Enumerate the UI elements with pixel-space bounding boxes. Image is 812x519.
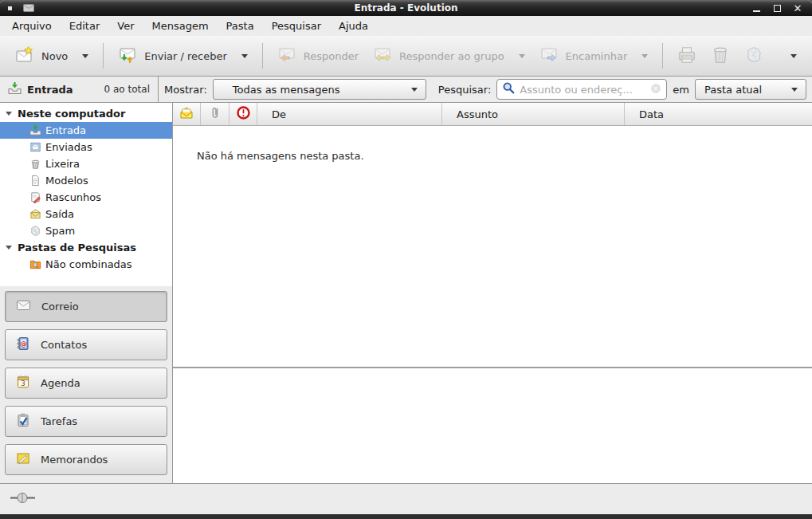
toolbar-separator bbox=[262, 43, 263, 69]
chevron-down-icon[interactable] bbox=[82, 54, 88, 58]
show-filter-value: Todas as mensagens bbox=[233, 84, 340, 96]
menu-mensagem[interactable]: Mensagem bbox=[143, 17, 218, 35]
menu-ajuda[interactable]: Ajuda bbox=[330, 17, 377, 35]
search-icon bbox=[502, 81, 516, 97]
menu-arquivo[interactable]: Arquivo bbox=[3, 17, 61, 35]
forward-label: Encaminhar bbox=[566, 50, 628, 62]
evolution-window: Entrada - Evolution ✕ Arquivo Editar Ver… bbox=[0, 0, 812, 519]
reply-all-icon bbox=[373, 45, 392, 67]
attachment-icon bbox=[209, 106, 222, 122]
switcher-calendar-button[interactable]: 3 Agenda bbox=[5, 368, 167, 399]
search-input[interactable] bbox=[520, 84, 646, 96]
delete-button[interactable] bbox=[704, 41, 737, 72]
titlebar: Entrada - Evolution ✕ bbox=[0, 0, 812, 16]
reply-icon bbox=[277, 45, 296, 67]
current-folder-header: Entrada 0 ao total bbox=[0, 77, 159, 102]
priority-icon bbox=[236, 105, 251, 123]
current-folder-name: Entrada bbox=[27, 84, 73, 96]
menu-editar[interactable]: Editar bbox=[61, 17, 109, 35]
maximize-button[interactable] bbox=[772, 3, 782, 13]
inbox-icon bbox=[29, 124, 42, 136]
toolbar-overflow-button[interactable] bbox=[776, 50, 804, 62]
column-header-date[interactable]: Data bbox=[625, 103, 812, 125]
svg-text:@: @ bbox=[20, 340, 26, 348]
mail-icon bbox=[16, 299, 31, 314]
statusbar bbox=[0, 483, 812, 514]
inbox-icon bbox=[8, 81, 22, 98]
chevron-down-icon bbox=[411, 88, 418, 92]
minimize-button[interactable] bbox=[751, 3, 761, 13]
scope-label: em bbox=[673, 84, 689, 96]
chevron-down-icon[interactable] bbox=[519, 54, 525, 58]
view-switcher: Correio @ Contatos 3 Agenda bbox=[0, 286, 172, 483]
reply-button[interactable]: Responder bbox=[270, 41, 366, 71]
close-button[interactable]: ✕ bbox=[793, 3, 802, 13]
trash-icon bbox=[710, 45, 731, 68]
show-label: Mostrar: bbox=[164, 84, 207, 96]
column-header-from[interactable]: De bbox=[257, 103, 442, 125]
expander-triangle-icon[interactable] bbox=[6, 112, 12, 116]
switcher-tasks-button[interactable]: Tarefas bbox=[5, 406, 167, 437]
menubar: Arquivo Editar Ver Mensagem Pasta Pesqui… bbox=[0, 16, 812, 36]
column-priority[interactable] bbox=[229, 103, 257, 125]
sidebar-item-saida[interactable]: Saída bbox=[0, 206, 172, 222]
sidebar-item-spam[interactable]: Spam bbox=[0, 222, 172, 239]
show-filter-dropdown[interactable]: Todas as mensagens bbox=[213, 79, 426, 100]
reply-group-button[interactable]: Responder ao grupo bbox=[366, 41, 532, 71]
message-list[interactable]: Não há mensagens nesta pasta. bbox=[173, 126, 812, 367]
sidebar-item-rascunhos[interactable]: Rascunhos bbox=[0, 189, 172, 206]
expander-triangle-icon[interactable] bbox=[6, 246, 12, 250]
online-status-icon[interactable] bbox=[10, 491, 37, 508]
send-receive-label: Enviar / receber bbox=[144, 50, 227, 62]
message-pane: De Assunto Data Não há mensagens nesta p… bbox=[173, 103, 812, 483]
memos-icon bbox=[16, 451, 30, 468]
clear-search-icon[interactable] bbox=[650, 83, 661, 96]
column-header-subject[interactable]: Assunto bbox=[442, 103, 625, 125]
trash-icon bbox=[29, 158, 42, 170]
outbox-icon bbox=[29, 208, 42, 220]
new-button[interactable]: Novo bbox=[8, 41, 96, 71]
forward-button[interactable]: Encaminhar bbox=[532, 41, 656, 71]
switcher-contacts-button[interactable]: @ Contatos bbox=[5, 329, 167, 360]
new-mail-icon bbox=[15, 45, 34, 67]
junk-button[interactable] bbox=[737, 41, 771, 72]
menu-pesquisar[interactable]: Pesquisar bbox=[263, 17, 330, 35]
read-status-icon bbox=[179, 107, 194, 122]
tree-group-this-computer[interactable]: Neste computador bbox=[0, 105, 172, 122]
tree-group-search-folders[interactable]: Pastas de Pesquisas bbox=[0, 239, 172, 256]
templates-icon bbox=[29, 175, 42, 187]
sidebar-item-enviadas[interactable]: Enviadas bbox=[0, 139, 172, 155]
reply-group-label: Responder ao grupo bbox=[399, 50, 504, 62]
search-scope-value: Pasta atual bbox=[704, 84, 762, 96]
search-label: Pesquisar: bbox=[438, 84, 492, 96]
sidebar-item-modelos[interactable]: Modelos bbox=[0, 172, 172, 189]
menu-ver[interactable]: Ver bbox=[108, 17, 143, 35]
chevron-down-icon[interactable] bbox=[641, 54, 648, 58]
toolbar-separator bbox=[103, 43, 104, 69]
drafts-icon bbox=[29, 191, 42, 203]
sent-icon bbox=[29, 141, 42, 153]
new-button-label: Novo bbox=[41, 50, 68, 62]
send-receive-icon bbox=[118, 45, 137, 67]
column-read-status[interactable] bbox=[173, 103, 201, 125]
sidebar-item-nao-combinadas[interactable]: Não combinadas bbox=[0, 256, 172, 273]
chevron-down-icon[interactable] bbox=[241, 54, 248, 58]
menu-pasta[interactable]: Pasta bbox=[218, 17, 263, 35]
junk-icon bbox=[743, 45, 764, 68]
switcher-memos-button[interactable]: Memorandos bbox=[5, 444, 167, 475]
window-title: Entrada - Evolution bbox=[0, 2, 812, 14]
svg-text:3: 3 bbox=[21, 380, 25, 387]
sidebar-item-lixeira[interactable]: Lixeira bbox=[0, 155, 172, 172]
search-box[interactable] bbox=[496, 79, 667, 100]
chevron-down-icon bbox=[790, 54, 797, 58]
send-receive-button[interactable]: Enviar / receber bbox=[111, 41, 255, 71]
sidebar: Neste computador Entrada Enviadas bbox=[0, 103, 173, 483]
folder-tree: Neste computador Entrada Enviadas bbox=[0, 103, 172, 286]
switcher-mail-button[interactable]: Correio bbox=[5, 291, 167, 322]
sidebar-item-entrada[interactable]: Entrada bbox=[0, 122, 172, 139]
search-scope-dropdown[interactable]: Pasta atual bbox=[695, 79, 806, 100]
forward-icon bbox=[539, 45, 559, 67]
column-attachment[interactable] bbox=[201, 103, 229, 125]
preview-pane bbox=[173, 368, 812, 483]
print-button[interactable] bbox=[670, 41, 704, 72]
